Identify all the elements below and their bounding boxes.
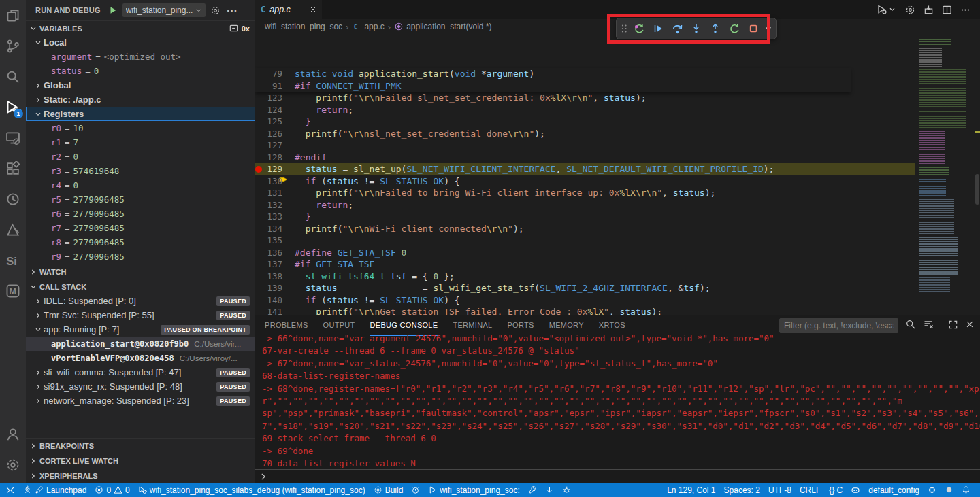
code-line-138[interactable]: 138 sl_wifi_tsf64_t tsf = { 0 }; bbox=[255, 271, 915, 283]
action-split-editor[interactable] bbox=[942, 5, 952, 15]
activity-explorer[interactable] bbox=[0, 0, 26, 31]
status-device[interactable] bbox=[924, 483, 941, 497]
status-language-mode[interactable]: {} C bbox=[825, 483, 847, 497]
breakpoint-gutter[interactable] bbox=[255, 223, 265, 235]
tree-group-static-app-c[interactable]: Static: ./app.c bbox=[26, 92, 255, 107]
breakpoint-gutter[interactable] bbox=[255, 152, 265, 164]
breakpoint-gutter[interactable] bbox=[255, 294, 265, 307]
code-line-131[interactable]: 131 printf("\r\nFailed to bring Wi-Fi cl… bbox=[255, 187, 915, 199]
code-line-130[interactable]: 130 if (status != SL_STATUS_OK) { bbox=[255, 175, 915, 188]
activity-extensions[interactable] bbox=[0, 153, 26, 184]
code-line-125[interactable]: 125 } bbox=[255, 116, 915, 128]
section-header-cortex-live-watch[interactable]: CORTEX LIVE WATCH bbox=[26, 453, 255, 468]
code-line-123[interactable]: 123 printf("\r\nFailed sl_net_set_creden… bbox=[255, 92, 915, 104]
status-run-target[interactable]: wifi_station_ping_soc: bbox=[424, 483, 523, 497]
activity-remote-explorer[interactable] bbox=[0, 122, 26, 153]
scrollbar-thumb[interactable] bbox=[975, 174, 979, 205]
debug-start-button[interactable] bbox=[106, 3, 120, 17]
tree-group-local[interactable]: Local bbox=[26, 35, 255, 50]
breakpoint-gutter[interactable] bbox=[255, 104, 265, 116]
breakpoint-gutter[interactable] bbox=[255, 92, 265, 104]
breakpoint-gutter[interactable] bbox=[255, 282, 265, 294]
code-line-134[interactable]: 134 printf("\r\nWi-Fi client connected\r… bbox=[255, 223, 915, 235]
breakpoint-gutter[interactable] bbox=[255, 163, 265, 175]
variable-row[interactable]: r6=2779096485 bbox=[26, 207, 255, 221]
breakpoint-gutter[interactable] bbox=[255, 128, 265, 140]
code-line-133[interactable]: 133 } bbox=[255, 211, 915, 223]
debug-reset-device-button[interactable] bbox=[630, 20, 648, 37]
variable-row[interactable]: r8=2779096485 bbox=[26, 235, 255, 250]
breakpoint-gutter[interactable] bbox=[255, 247, 265, 259]
code-line-79[interactable]: 79static void application_start(void *ar… bbox=[255, 68, 851, 80]
activity-annotate-tool[interactable] bbox=[0, 214, 26, 245]
code-line-137[interactable]: 137#if GET_STA_TSF bbox=[255, 258, 915, 271]
variable-row[interactable]: r7=2779096485 bbox=[26, 221, 255, 235]
code-line-135[interactable]: 135 bbox=[255, 235, 915, 247]
status-record-indicator[interactable] bbox=[941, 483, 958, 497]
activity-silicon-labs[interactable]: Si bbox=[0, 245, 26, 275]
code-line-132[interactable]: 132 return; bbox=[255, 199, 915, 211]
debug-gear-icon[interactable] bbox=[208, 3, 222, 17]
breadcrumb-item[interactable]: Capp.c bbox=[352, 22, 384, 31]
tab-app-c[interactable]: C app.c bbox=[255, 0, 322, 19]
breakpoint-gutter[interactable] bbox=[255, 80, 265, 92]
breakpoint-gutter[interactable] bbox=[255, 187, 265, 199]
code-line-128[interactable]: 128#endif bbox=[255, 152, 915, 164]
tree-group-registers[interactable]: Registers bbox=[26, 107, 255, 121]
variable-row[interactable]: r0=10 bbox=[26, 121, 255, 135]
variable-row[interactable]: r9=2779096485 bbox=[26, 250, 255, 264]
code-line-91[interactable]: 91#if CONNECT_WITH_PMK bbox=[255, 80, 851, 92]
activity-manage[interactable] bbox=[0, 449, 26, 480]
variable-row[interactable]: status=0 bbox=[26, 64, 255, 78]
section-header-breakpoints[interactable]: BREAKPOINTS bbox=[26, 438, 255, 453]
console-filter-input[interactable] bbox=[779, 318, 898, 333]
code-line-127[interactable]: 127 bbox=[255, 139, 915, 152]
debug-more-debug-actions-button[interactable] bbox=[764, 20, 773, 37]
status-copilot[interactable] bbox=[847, 483, 864, 497]
breakpoint-gutter[interactable] bbox=[255, 258, 265, 271]
breakpoint-gutter[interactable] bbox=[255, 199, 265, 211]
action-more-editor-actions[interactable] bbox=[960, 5, 970, 15]
status-remote-indicator[interactable] bbox=[1, 483, 19, 497]
tree-group-global[interactable]: Global bbox=[26, 78, 255, 92]
debug-stop-button[interactable] bbox=[745, 20, 762, 37]
callstack-thread[interactable]: network_manage: Suspended [P: 23]PAUSED bbox=[26, 394, 255, 408]
code-line-136[interactable]: 136#define GET_STA_TSF 0 bbox=[255, 247, 915, 259]
activity-accounts[interactable] bbox=[0, 419, 26, 449]
callstack-thread[interactable]: sli_wifi_comma: Suspended [P: 47]PAUSED bbox=[26, 365, 255, 379]
breakpoint-gutter[interactable] bbox=[255, 235, 265, 247]
status-config[interactable]: default_config bbox=[864, 483, 924, 497]
action-editor-settings[interactable] bbox=[905, 5, 915, 15]
hex-toggle[interactable]: 0x bbox=[242, 24, 250, 33]
status-build-task[interactable]: Build bbox=[370, 483, 408, 497]
callstack-thread[interactable]: IDLE: Suspended [P: 0]PAUSED bbox=[26, 294, 255, 308]
variable-row[interactable]: r5=2779096485 bbox=[26, 192, 255, 207]
activity-source-control[interactable] bbox=[0, 31, 26, 61]
debug-restart-button[interactable] bbox=[725, 20, 743, 37]
clear-console-icon[interactable] bbox=[923, 319, 934, 332]
breadcrumb-item[interactable]: wifi_station_ping_soc bbox=[265, 22, 342, 31]
code-line-129[interactable]: 129 status = sl_net_up(SL_NET_WIFI_CLIEN… bbox=[255, 163, 915, 175]
code-line-139[interactable]: 139 status = sl_wifi_get_sta_tsf(SL_WIFI… bbox=[255, 282, 915, 294]
debug-console-output[interactable]: -> 66^done,name="var_argument_24576",num… bbox=[255, 332, 980, 469]
activity-profiler-tool[interactable] bbox=[0, 184, 26, 214]
debug-step-into-button[interactable] bbox=[687, 20, 705, 37]
status-problems[interactable]: 00 bbox=[91, 483, 133, 497]
editor-scrollbar[interactable] bbox=[975, 19, 980, 315]
action-flash-download[interactable] bbox=[924, 5, 934, 15]
variable-row[interactable]: argument=<optimized out> bbox=[26, 50, 255, 64]
status-indentation[interactable]: Spaces: 2 bbox=[720, 483, 764, 497]
launch-config-select[interactable]: wifi_station_ping... bbox=[122, 3, 206, 17]
callstack-thread[interactable]: Tmr Svc: Suspended [P: 55]PAUSED bbox=[26, 308, 255, 322]
breakpoint-gutter[interactable] bbox=[255, 116, 265, 128]
code-line-124[interactable]: 124 return; bbox=[255, 104, 915, 116]
status-alarm[interactable] bbox=[407, 483, 424, 497]
breakpoint-gutter[interactable] bbox=[255, 271, 265, 283]
section-header-call-stack[interactable]: CALL STACK bbox=[26, 279, 255, 294]
breakpoint-gutter[interactable] bbox=[255, 306, 265, 315]
callstack-thread[interactable]: app: Running [P: 7]PAUSED ON BREAKPOINT bbox=[26, 322, 255, 337]
code-line-140[interactable]: 140 if (status != SL_STATUS_OK) { bbox=[255, 294, 915, 307]
code-line-141[interactable]: 141 printf("\r\nGet station TSF failed, … bbox=[255, 306, 915, 315]
action-run-or-debug[interactable] bbox=[877, 4, 897, 15]
status-debug-session[interactable]: wifi_station_ping_soc_silabs_debug (wifi… bbox=[134, 483, 370, 497]
